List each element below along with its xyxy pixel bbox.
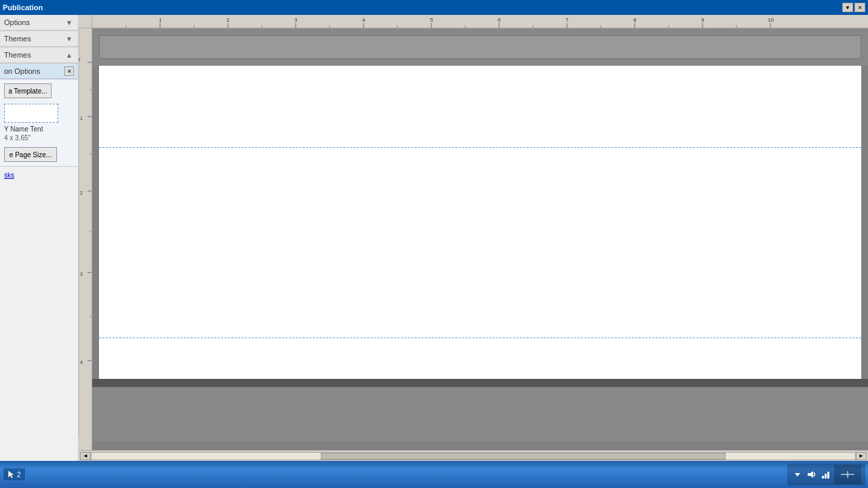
horizontal-ruler-svg: 1 2 3 4 5 6 7 8: [92, 15, 868, 28]
svg-rect-54: [827, 472, 829, 479]
pub-options-content: a Template... Y Name Tent 4 x 3.65" e Pa…: [0, 79, 78, 166]
network-icon: [821, 470, 831, 479]
left-panel: Options ▼ Themes ▼ Themes ▲: [0, 15, 79, 461]
horizontal-ruler: 1 2 3 4 5 6 7 8: [92, 15, 868, 28]
svg-text:4: 4: [362, 17, 366, 23]
pub-options-section: on Options ✕ a Template... Y Name Tent 4…: [0, 64, 78, 167]
tray-expand-icon: [793, 470, 802, 479]
svg-text:0: 0: [79, 58, 81, 61]
themes-header[interactable]: Themes ▼: [0, 31, 78, 47]
header-bar: [99, 35, 861, 59]
page-size-button[interactable]: e Page Size...: [4, 147, 57, 162]
svg-text:2: 2: [80, 190, 83, 195]
themes2-label: Themes: [4, 51, 31, 59]
options-chevron-icon: ▼: [64, 18, 74, 27]
svg-text:4: 4: [80, 360, 83, 365]
document-area[interactable]: [92, 28, 868, 450]
tray-network-icon[interactable]: [820, 468, 832, 481]
speaker-icon: [807, 470, 816, 479]
svg-rect-0: [92, 15, 868, 28]
scroll-right-button[interactable]: ►: [856, 452, 867, 460]
main-area: Options ▼ Themes ▼ Themes ▲: [0, 15, 868, 461]
page-section-1: [99, 66, 861, 379]
tray-arrow-icon[interactable]: [791, 468, 804, 481]
cursor-number: 2: [17, 471, 21, 479]
scrollbar-track: [91, 452, 856, 460]
svg-text:8: 8: [633, 17, 637, 23]
themes2-header[interactable]: Themes ▲: [0, 47, 78, 63]
pub-options-close-button[interactable]: ✕: [64, 66, 74, 76]
svg-text:6: 6: [498, 17, 501, 23]
app-container: Publication ▼ ✕ Options ▼ Themes ▼: [0, 0, 868, 488]
cursor-indicator[interactable]: 2: [3, 468, 26, 481]
page-content-body: [99, 148, 861, 338]
clock-area[interactable]: [834, 465, 861, 484]
pub-options-title: on Options: [4, 67, 40, 75]
tasks-section: sks: [0, 167, 78, 461]
taskbar-items: 2: [3, 468, 787, 481]
svg-rect-53: [825, 474, 827, 479]
svg-text:7: 7: [566, 17, 569, 23]
svg-text:3: 3: [80, 272, 83, 277]
tray-speaker-icon[interactable]: [806, 468, 818, 481]
name-input[interactable]: [4, 104, 58, 123]
options-header[interactable]: Options ▼: [0, 15, 78, 30]
name-tent-label: Y Name Tent: [4, 125, 74, 133]
themes2-section: Themes ▲: [0, 47, 78, 64]
title-bar: Publication ▼ ✕: [0, 0, 868, 15]
scrollbar-thumb[interactable]: [321, 453, 726, 460]
tasks-link[interactable]: sks: [4, 171, 14, 179]
clock-icon: [837, 468, 858, 481]
ruler-corner: [79, 15, 92, 28]
app-title: Publication: [3, 3, 43, 12]
template-button[interactable]: a Template...: [4, 83, 52, 98]
page-content-footer: [99, 338, 861, 379]
svg-text:5: 5: [430, 17, 433, 23]
page-separator: [92, 379, 868, 387]
scroll-left-button[interactable]: ◄: [80, 452, 91, 460]
minimize-button[interactable]: ▼: [842, 3, 853, 12]
page-header-area: [92, 28, 868, 66]
svg-text:3: 3: [294, 17, 298, 23]
svg-marker-49: [795, 473, 800, 476]
svg-marker-51: [810, 471, 813, 478]
pub-options-header[interactable]: on Options ✕: [0, 64, 78, 79]
page-content-top: [99, 66, 861, 147]
ruler-top-row: 1 2 3 4 5 6 7 8: [79, 15, 868, 28]
cursor-icon: [7, 470, 16, 479]
svg-text:1: 1: [80, 116, 83, 121]
page-2-area: [92, 387, 868, 441]
size-label: 4 x 3.65": [4, 134, 74, 142]
svg-rect-50: [808, 473, 810, 476]
vertical-ruler: 0 1 2 3 4: [79, 28, 92, 450]
themes-label: Themes: [4, 35, 31, 43]
horizontal-scrollbar[interactable]: ◄ ►: [79, 450, 868, 461]
canvas-area: 1 2 3 4 5 6 7 8: [79, 15, 868, 461]
svg-text:9: 9: [701, 17, 705, 23]
svg-text:1: 1: [159, 17, 162, 23]
vertical-ruler-svg: 0 1 2 3 4: [79, 28, 92, 435]
themes2-chevron-icon: ▲: [64, 50, 74, 60]
svg-marker-48: [8, 470, 14, 479]
svg-text:10: 10: [768, 17, 774, 23]
svg-text:2: 2: [226, 17, 230, 23]
options-label: Options: [4, 18, 30, 26]
options-section: Options ▼: [0, 15, 78, 31]
taskbar: 2: [0, 461, 868, 488]
close-button[interactable]: ✕: [854, 3, 865, 12]
canvas-body: 0 1 2 3 4: [79, 28, 868, 450]
svg-rect-52: [822, 476, 824, 479]
themes-section: Themes ▼: [0, 31, 78, 47]
themes-chevron-icon: ▼: [64, 34, 74, 43]
system-tray: [787, 464, 865, 485]
